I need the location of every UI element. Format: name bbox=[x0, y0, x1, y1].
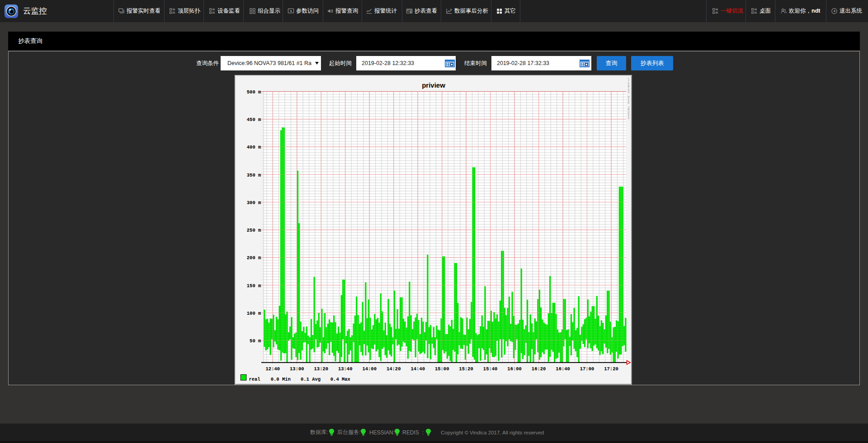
svg-text:priview: priview bbox=[422, 81, 445, 89]
svg-text:n: n bbox=[628, 117, 630, 120]
svg-text:400 m: 400 m bbox=[247, 145, 261, 150]
svg-text:250 m: 250 m bbox=[247, 228, 261, 233]
svg-text:15:20: 15:20 bbox=[459, 366, 473, 372]
svg-text:15:00: 15:00 bbox=[435, 366, 449, 372]
svg-text:500 m: 500 m bbox=[247, 89, 261, 95]
svg-text:12:40: 12:40 bbox=[266, 366, 280, 372]
svg-text:450 m: 450 m bbox=[247, 117, 261, 122]
svg-text:17:00: 17:00 bbox=[580, 366, 594, 372]
svg-text:16:20: 16:20 bbox=[532, 366, 546, 372]
svg-text:16:00: 16:00 bbox=[507, 366, 522, 372]
svg-text:14:40: 14:40 bbox=[410, 366, 425, 372]
svg-text:350 m: 350 m bbox=[247, 173, 261, 178]
svg-text:300 m: 300 m bbox=[247, 200, 261, 205]
svg-text:14:20: 14:20 bbox=[387, 366, 401, 372]
svg-text:100 m: 100 m bbox=[247, 311, 261, 316]
svg-text:16:40: 16:40 bbox=[556, 366, 570, 372]
svg-text:15:40: 15:40 bbox=[483, 366, 498, 372]
svg-text:50 m: 50 m bbox=[250, 338, 261, 344]
svg-text:h: h bbox=[628, 102, 630, 105]
svg-text:13:20: 13:20 bbox=[314, 366, 329, 372]
svg-text:0.1 Avg: 0.1 Avg bbox=[301, 377, 321, 382]
svg-text:real: real bbox=[249, 377, 260, 382]
svg-text:200 m: 200 m bbox=[247, 255, 261, 261]
svg-text:14:00: 14:00 bbox=[362, 366, 377, 372]
svg-text:d: d bbox=[628, 91, 630, 94]
svg-text:0.0 Min: 0.0 Min bbox=[271, 377, 291, 382]
svg-text:13:00: 13:00 bbox=[290, 366, 304, 372]
svg-text:13:40: 13:40 bbox=[338, 366, 353, 372]
svg-text:150 m: 150 m bbox=[247, 283, 261, 289]
svg-text:0.4 Max: 0.4 Max bbox=[330, 377, 351, 382]
svg-text:17:20: 17:20 bbox=[604, 366, 618, 372]
